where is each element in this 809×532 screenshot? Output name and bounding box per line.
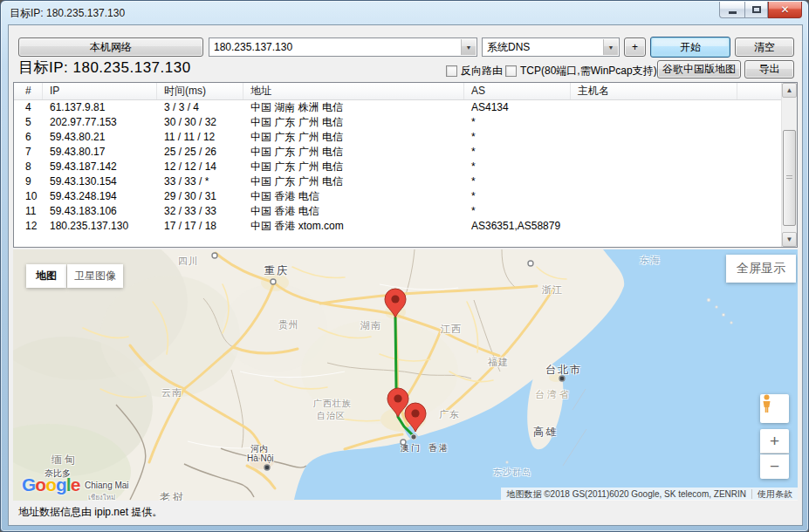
table-cell-as: AS4134 bbox=[464, 100, 571, 115]
tcp-label: TCP(80端口,需WinPcap支持) bbox=[520, 64, 657, 78]
table-cell-hostname bbox=[571, 115, 737, 130]
table-cell-ip: 59.43.80.21 bbox=[43, 130, 157, 145]
table-header: #IP时间(ms)地址AS主机名 bbox=[14, 83, 797, 100]
zoom-out-button[interactable]: − bbox=[760, 454, 789, 479]
column-header[interactable]: 时间(ms) bbox=[157, 83, 243, 99]
reverse-route-checkbox[interactable]: 反向路由 bbox=[446, 64, 503, 78]
window-content: 本机网络 180.235.137.130 ▼ 系统DNS ▼ + 开始 清空 目… bbox=[8, 24, 803, 526]
table-cell-hostname bbox=[571, 160, 737, 174]
table-cell-time: 33 / 33 / * bbox=[157, 174, 243, 189]
column-header[interactable]: 主机名 bbox=[571, 83, 737, 99]
table-body: 461.137.9.813 / 3 / 4中国 湖南 株洲 电信AS413452… bbox=[14, 100, 797, 234]
table-row[interactable]: 759.43.80.1725 / 25 / 26中国 广东 广州 电信* bbox=[14, 145, 797, 160]
table-cell-location: 中国 香港 电信 bbox=[243, 189, 464, 204]
table-cell-time: 32 / 33 / 33 bbox=[157, 204, 243, 219]
target-ip-combobox[interactable]: 180.235.137.130 ▼ bbox=[209, 38, 477, 57]
table-row[interactable]: 1059.43.248.19429 / 30 / 31中国 香港 电信* bbox=[14, 189, 797, 204]
pegman-icon bbox=[760, 394, 773, 413]
scroll-up-icon[interactable]: ▲ bbox=[782, 83, 797, 98]
checkbox-icon[interactable] bbox=[505, 65, 517, 77]
table-cell-ip: 180.235.137.130 bbox=[43, 219, 157, 234]
column-header[interactable]: IP bbox=[43, 83, 157, 99]
google-logo-letter: G bbox=[22, 474, 35, 494]
fullscreen-button[interactable]: 全屏显示 bbox=[726, 255, 796, 283]
google-logo-letter: o bbox=[35, 474, 45, 494]
table-cell-location: 中国 广东 广州 电信 bbox=[243, 145, 464, 160]
map-type-map-button[interactable]: 地图 bbox=[26, 264, 66, 288]
table-cell-location: 中国 湖南 株洲 电信 bbox=[243, 100, 464, 115]
titlebar[interactable]: 目标IP: 180.235.137.130 ✕ bbox=[1, 1, 808, 24]
export-button[interactable]: 导出 bbox=[744, 60, 794, 78]
table-row[interactable]: 859.43.187.14212 / 12 / 14中国 广东 广州 电信* bbox=[14, 160, 797, 174]
scroll-down-icon[interactable]: ▼ bbox=[782, 232, 797, 247]
google-logo[interactable]: Google bbox=[22, 474, 79, 495]
table-cell-as: * bbox=[464, 204, 571, 219]
column-header[interactable]: # bbox=[14, 83, 43, 99]
zoom-in-button[interactable]: + bbox=[760, 429, 789, 454]
terms-link[interactable]: 使用条款 bbox=[752, 488, 798, 501]
column-header[interactable]: AS bbox=[464, 83, 571, 99]
table-row[interactable]: 12180.235.137.13017 / 17 / 18中国 香港 xtom.… bbox=[14, 219, 797, 234]
table-cell-location: 中国 广东 广州 电信 bbox=[243, 115, 464, 130]
close-button[interactable]: ✕ bbox=[768, 2, 802, 18]
target-ip-label: 目标IP: 180.235.137.130 bbox=[18, 58, 191, 78]
table-cell-ip: 61.137.9.81 bbox=[43, 100, 157, 115]
table-cell-ip: 59.43.183.106 bbox=[43, 204, 157, 219]
table-cell-location: 中国 香港 xtom.com bbox=[243, 219, 464, 234]
maximize-icon bbox=[752, 6, 761, 13]
local-network-button[interactable]: 本机网络 bbox=[18, 38, 203, 57]
table-cell-location: 中国 广东 广州 电信 bbox=[243, 174, 464, 189]
start-button[interactable]: 开始 bbox=[650, 37, 730, 58]
table-cell-location: 中国 香港 电信 bbox=[243, 204, 464, 219]
tcp-checkbox[interactable]: TCP(80端口,需WinPcap支持) bbox=[505, 64, 657, 78]
reverse-route-label: 反向路由 bbox=[461, 64, 503, 78]
vertical-scrollbar[interactable]: ▲ ▼ bbox=[781, 83, 797, 247]
table-cell-ip: 202.97.77.153 bbox=[43, 115, 157, 130]
google-logo-letter: o bbox=[45, 474, 56, 494]
table-cell-as: * bbox=[464, 145, 571, 160]
table-cell-hop: 10 bbox=[14, 189, 43, 204]
map-canvas bbox=[13, 249, 798, 501]
table-cell-hop: 12 bbox=[14, 219, 43, 234]
column-header[interactable]: 地址 bbox=[243, 83, 464, 99]
table-row[interactable]: 659.43.80.2111 / 11 / 12中国 广东 广州 电信* bbox=[14, 130, 797, 145]
table-cell-hop: 7 bbox=[14, 145, 43, 160]
table-cell-ip: 59.43.80.17 bbox=[43, 145, 157, 160]
table-cell-time: 12 / 12 / 14 bbox=[157, 160, 243, 174]
table-cell-as: AS36351,AS58879 bbox=[464, 219, 571, 234]
add-target-button[interactable]: + bbox=[624, 38, 646, 57]
google-cn-map-button[interactable]: 谷歌中国版地图 bbox=[657, 60, 741, 78]
table-row[interactable]: 5202.97.77.15330 / 30 / 32中国 广东 广州 电信* bbox=[14, 115, 797, 130]
chevron-down-icon[interactable]: ▼ bbox=[461, 39, 476, 55]
table-cell-location: 中国 广东 广州 电信 bbox=[243, 160, 464, 174]
table-cell-hop: 5 bbox=[14, 115, 43, 130]
table-cell-hop: 9 bbox=[14, 174, 43, 189]
table-cell-as: * bbox=[464, 160, 571, 174]
maximize-button[interactable] bbox=[744, 2, 768, 18]
table-cell-hop: 11 bbox=[14, 204, 43, 219]
table-cell-hostname bbox=[571, 189, 737, 204]
google-logo-letter: g bbox=[56, 474, 66, 494]
table-row[interactable]: 1159.43.183.10632 / 33 / 33中国 香港 电信* bbox=[14, 204, 797, 219]
table-row[interactable]: 461.137.9.813 / 3 / 4中国 湖南 株洲 电信AS4134 bbox=[14, 100, 797, 115]
dns-combobox[interactable]: 系统DNS ▼ bbox=[482, 38, 620, 57]
table-cell-hostname bbox=[571, 145, 737, 160]
hops-table: #IP时间(ms)地址AS主机名 461.137.9.813 / 3 / 4中国… bbox=[13, 82, 798, 248]
clear-button[interactable]: 清空 bbox=[735, 38, 794, 57]
pegman-button[interactable] bbox=[760, 394, 789, 423]
table-cell-as: * bbox=[464, 189, 571, 204]
route-map[interactable]: 四川重庆贵州湖南江西浙江福建云南广西壮族自治区广东东海台北市台湾省高雄东沙群岛澳… bbox=[13, 249, 798, 501]
checkbox-icon[interactable] bbox=[446, 65, 457, 77]
table-cell-as: * bbox=[464, 115, 571, 130]
target-ip-value: 180.235.137.130 bbox=[214, 41, 292, 53]
table-cell-location: 中国 广东 广州 电信 bbox=[243, 130, 464, 145]
table-cell-ip: 59.43.187.142 bbox=[43, 160, 157, 174]
chevron-down-icon[interactable]: ▼ bbox=[603, 39, 618, 55]
table-row[interactable]: 959.43.130.15433 / 33 / *中国 广东 广州 电信* bbox=[14, 174, 797, 189]
minimize-button[interactable] bbox=[719, 2, 744, 18]
table-cell-time: 25 / 25 / 26 bbox=[157, 145, 243, 160]
table-cell-as: * bbox=[464, 130, 571, 145]
dns-value: 系统DNS bbox=[487, 40, 530, 55]
scrollbar-thumb[interactable] bbox=[783, 130, 796, 226]
map-type-satellite-button[interactable]: 卫星图像 bbox=[67, 264, 123, 288]
